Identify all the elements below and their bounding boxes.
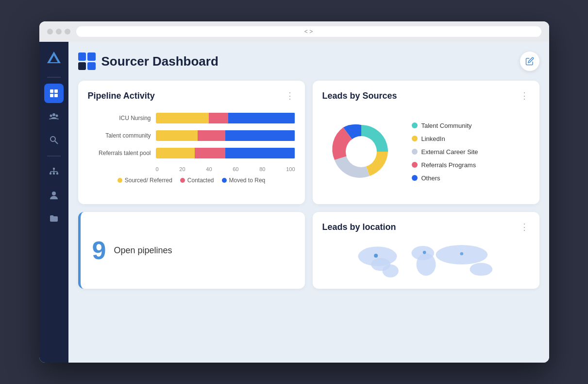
sidebar [39, 42, 68, 363]
svg-point-5 [50, 115, 52, 117]
legend-item-linkedin: LinkedIn [412, 135, 478, 142]
leads-by-location-card: Leads by location ⋮ [313, 212, 539, 289]
bar-seg-pink-referrals [195, 148, 225, 158]
page-title: Sourcer Dashboard [101, 54, 218, 69]
leads-sources-menu[interactable]: ⋮ [520, 90, 530, 101]
leads-location-menu[interactable]: ⋮ [520, 222, 530, 232]
svg-rect-2 [50, 94, 53, 97]
bar-seg-blue-referrals [225, 148, 295, 158]
legend-label-moved: Moved to Req [229, 177, 266, 184]
bar-track-talent [156, 130, 295, 141]
svg-rect-12 [56, 173, 58, 175]
bar-track-referrals [156, 148, 295, 158]
svg-point-23 [382, 264, 398, 278]
pipeline-activity-header: Pipeline Activity ⋮ [88, 90, 295, 101]
dashboard-grid: Pipeline Activity ⋮ ICU Nursing [78, 81, 539, 289]
bar-seg-yellow-referrals [156, 148, 195, 158]
table-row: Referrals talent pool [88, 148, 295, 158]
browser-dot-min [56, 29, 62, 35]
bar-track-icu [156, 113, 295, 123]
leads-location-header: Leads by location ⋮ [322, 222, 530, 232]
sidebar-item-folder[interactable] [44, 209, 64, 228]
bar-seg-blue-talent [225, 130, 295, 141]
legend-item-referrals: Referrals Programs [412, 161, 478, 169]
legend-item-contacted: Contacted [180, 177, 214, 184]
table-row: Talent community [88, 130, 295, 141]
main-content: Sourcer Dashboard Pipeline Activity ⋮ [68, 42, 549, 363]
svg-rect-11 [53, 173, 55, 175]
svg-point-7 [50, 137, 55, 141]
map-svg [322, 240, 530, 279]
open-pipelines-card: 9 Open pipelines [78, 212, 305, 289]
bar-seg-pink-talent [198, 130, 225, 141]
browser-dot-max [65, 29, 70, 35]
donut-dot-others [412, 175, 418, 181]
legend-label-talent-community: Talent Community [421, 122, 472, 129]
browser-chrome: < > [39, 21, 549, 42]
donut-chart [322, 113, 400, 191]
legend-item-talent-community: Talent Community [412, 122, 478, 129]
chart-axis: 0 20 40 60 80 100 [156, 164, 295, 172]
pipeline-number: 9 [92, 238, 106, 263]
legend-item-external-career: External Career Site [412, 148, 478, 156]
donut-dot-talent-community [412, 122, 418, 128]
svg-point-6 [55, 115, 58, 117]
svg-rect-1 [54, 89, 58, 93]
page-header-left: Sourcer Dashboard [78, 52, 218, 70]
bar-label-icu: ICU Nursing [88, 115, 151, 122]
sidebar-divider-mid [47, 156, 61, 157]
dashboard-icon [78, 52, 96, 70]
bar-label-talent: Talent community [88, 132, 151, 139]
svg-point-4 [52, 113, 55, 116]
browser-address: < > [76, 26, 541, 37]
svg-point-28 [374, 254, 378, 258]
map-placeholder [322, 240, 530, 279]
pipeline-activity-chart: ICU Nursing Talent community [88, 109, 295, 188]
browser-window: < > [39, 21, 549, 363]
sidebar-item-dashboard[interactable] [44, 84, 64, 103]
bar-chart: ICU Nursing Talent community [88, 113, 295, 158]
edit-button[interactable] [520, 52, 539, 71]
sidebar-item-org[interactable] [44, 162, 64, 182]
leads-sources-title: Leads by Sources [322, 91, 397, 101]
legend-label-others: Others [421, 175, 440, 182]
sidebar-logo [45, 50, 63, 67]
pipeline-activity-menu[interactable]: ⋮ [286, 90, 295, 101]
leads-location-title: Leads by location [322, 222, 396, 232]
legend-dot-sourced [118, 178, 122, 183]
legend-item-others: Others [412, 175, 478, 182]
svg-point-27 [470, 263, 492, 276]
legend-dot-moved [222, 178, 227, 183]
sidebar-divider-top [47, 77, 61, 78]
svg-rect-3 [54, 94, 58, 97]
legend-label-referrals: Referrals Programs [421, 161, 476, 169]
legend-dot-contacted [180, 178, 185, 183]
sidebar-item-person[interactable] [44, 186, 64, 205]
donut-legend: Talent Community LinkedIn External Caree… [412, 122, 478, 182]
svg-point-18 [52, 192, 56, 195]
svg-line-8 [55, 141, 58, 144]
svg-point-25 [416, 253, 436, 276]
svg-rect-0 [50, 89, 53, 93]
legend-label-sourced: Sourced/ Referred [125, 177, 172, 184]
sidebar-item-search[interactable] [44, 130, 64, 150]
bar-seg-yellow-talent [156, 130, 198, 141]
legend-label-external-career: External Career Site [421, 148, 478, 156]
chart-legend: Sourced/ Referred Contacted Moved to Req [88, 177, 295, 184]
sidebar-item-team[interactable] [44, 107, 64, 126]
legend-item-moved: Moved to Req [222, 177, 266, 184]
svg-point-30 [460, 252, 463, 256]
pipeline-activity-title: Pipeline Activity [88, 91, 155, 101]
leads-by-sources-card: Leads by Sources ⋮ [313, 81, 539, 204]
pipeline-label: Open pipelines [114, 245, 172, 256]
browser-body: Sourcer Dashboard Pipeline Activity ⋮ [39, 42, 549, 363]
edit-icon [525, 57, 534, 66]
legend-label-contacted: Contacted [187, 177, 214, 184]
donut-section: Talent Community LinkedIn External Caree… [322, 109, 530, 194]
browser-dot-close [47, 29, 53, 35]
browser-dots [47, 29, 70, 35]
page-header: Sourcer Dashboard [78, 52, 539, 71]
leads-sources-header: Leads by Sources ⋮ [322, 90, 530, 101]
table-row: ICU Nursing [88, 113, 295, 123]
bar-seg-blue-icu [228, 113, 295, 123]
